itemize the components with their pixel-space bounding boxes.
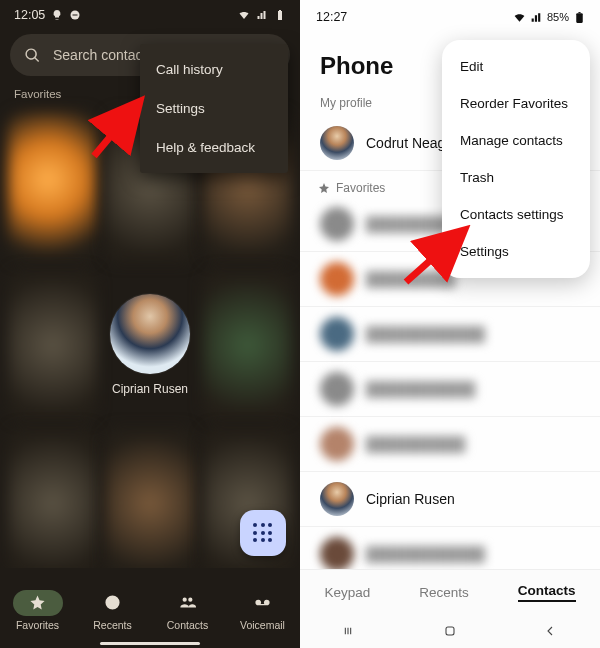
- wifi-icon: [238, 9, 250, 21]
- star-icon: [29, 594, 46, 611]
- battery-icon: [573, 11, 586, 24]
- contact-tile[interactable]: [203, 270, 292, 420]
- menu-item-contacts-settings[interactable]: Contacts settings: [442, 196, 590, 233]
- menu-item-settings[interactable]: Settings: [140, 89, 288, 128]
- contact-name: Ciprian Rusen: [112, 382, 188, 396]
- contact-tile[interactable]: [203, 428, 292, 578]
- overflow-menu: Call history Settings Help & feedback: [140, 44, 288, 173]
- menu-item-call-history[interactable]: Call history: [140, 50, 288, 89]
- contact-row[interactable]: ██████████: [300, 417, 600, 472]
- bottom-nav: Favorites Recents Contacts Voicemail: [0, 568, 300, 648]
- contact-name: Ciprian Rusen: [366, 491, 455, 507]
- menu-item-edit[interactable]: Edit: [442, 48, 590, 85]
- signal-icon: [530, 11, 543, 24]
- overflow-menu: Edit Reorder Favorites Manage contacts T…: [442, 40, 590, 278]
- menu-item-reorder[interactable]: Reorder Favorites: [442, 85, 590, 122]
- contact-tile[interactable]: [8, 270, 97, 420]
- avatar: [110, 294, 190, 374]
- nav-label: Voicemail: [240, 619, 285, 631]
- left-phone-screenshot: 12:05 Search contacts Favorites Ciprian …: [0, 0, 300, 648]
- nav-recents[interactable]: Recents: [88, 590, 138, 631]
- contact-tile[interactable]: [8, 112, 97, 262]
- wifi-icon: [513, 11, 526, 24]
- nav-contacts[interactable]: Contacts: [163, 590, 213, 631]
- svg-rect-4: [446, 627, 454, 635]
- contact-tile[interactable]: [105, 428, 194, 578]
- avatar: [320, 126, 354, 160]
- svg-rect-3: [578, 12, 580, 13]
- menu-item-help[interactable]: Help & feedback: [140, 128, 288, 167]
- nav-label: Recents: [93, 619, 132, 631]
- battery-pct: 85%: [547, 11, 569, 23]
- recents-icon[interactable]: [342, 623, 358, 639]
- android-nav-bar: [300, 614, 600, 648]
- signal-icon: [256, 9, 268, 21]
- contact-row[interactable]: ███████████: [300, 362, 600, 417]
- menu-item-settings[interactable]: Settings: [442, 233, 590, 270]
- lightbulb-icon: [51, 9, 63, 21]
- nav-voicemail[interactable]: Voicemail: [238, 590, 288, 631]
- status-bar: 12:05: [0, 0, 300, 26]
- tab-keypad[interactable]: Keypad: [324, 585, 370, 600]
- status-time: 12:27: [316, 10, 347, 24]
- gesture-bar: [100, 642, 200, 645]
- dnd-icon: [69, 9, 81, 21]
- people-icon: [179, 594, 196, 611]
- favorites-grid: Ciprian Rusen: [0, 112, 300, 572]
- contact-tile[interactable]: [8, 428, 97, 578]
- nav-favorites[interactable]: Favorites: [13, 590, 63, 631]
- bottom-tabs: Keypad Recents Contacts: [300, 569, 600, 614]
- nav-label: Favorites: [16, 619, 59, 631]
- menu-item-trash[interactable]: Trash: [442, 159, 590, 196]
- voicemail-icon: [254, 594, 271, 611]
- right-phone-screenshot: 12:27 85% Phone My profile Codrut Neagu …: [300, 0, 600, 648]
- tab-contacts[interactable]: Contacts: [518, 583, 576, 602]
- svg-rect-1: [73, 15, 78, 16]
- contact-row[interactable]: ████████████: [300, 307, 600, 362]
- battery-icon: [274, 9, 286, 21]
- svg-rect-2: [576, 13, 583, 23]
- menu-item-manage[interactable]: Manage contacts: [442, 122, 590, 159]
- favorites-label-text: Favorites: [336, 181, 385, 195]
- star-icon: [318, 182, 330, 194]
- nav-label: Contacts: [167, 619, 208, 631]
- status-time: 12:05: [14, 8, 45, 22]
- dialpad-fab[interactable]: [240, 510, 286, 556]
- dialpad-icon: [253, 523, 273, 543]
- profile-name: Codrut Neagu: [366, 135, 453, 151]
- contact-tile-ciprian[interactable]: Ciprian Rusen: [105, 270, 194, 420]
- home-icon[interactable]: [442, 623, 458, 639]
- clock-icon: [104, 594, 121, 611]
- contact-row-ciprian[interactable]: Ciprian Rusen: [300, 472, 600, 527]
- back-icon[interactable]: [542, 623, 558, 639]
- search-icon: [24, 47, 41, 64]
- avatar: [320, 482, 354, 516]
- status-bar: 12:27 85%: [300, 0, 600, 28]
- search-placeholder: Search contacts: [53, 47, 153, 63]
- tab-recents[interactable]: Recents: [419, 585, 469, 600]
